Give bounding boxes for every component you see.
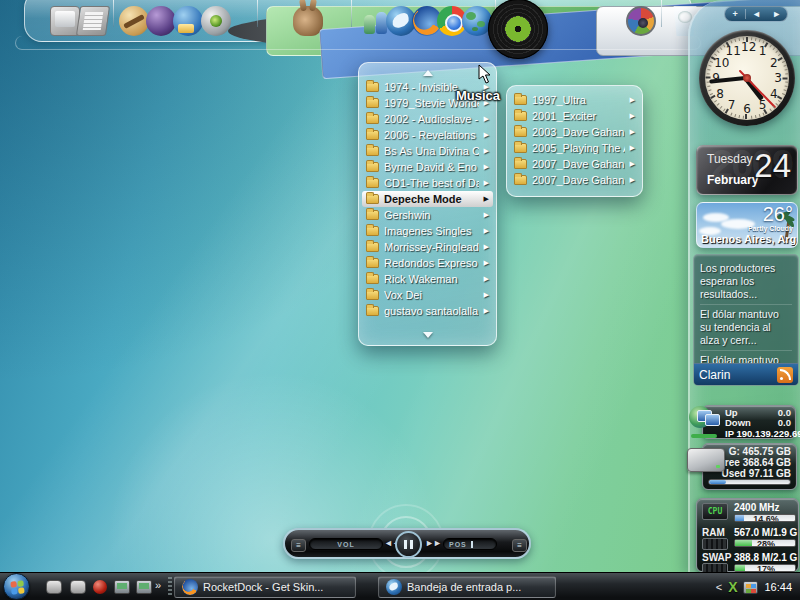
position-marker[interactable] xyxy=(471,541,473,548)
scroll-up-icon[interactable] xyxy=(362,67,493,79)
news-headline[interactable]: El dólar mantuvo su tendencia al alza y … xyxy=(700,304,792,350)
folder-icon xyxy=(366,226,379,236)
submenu-arrow-icon: ▶ xyxy=(484,211,489,219)
net-down-label: Down xyxy=(725,418,751,428)
news-headline[interactable]: Los productores esperan los resultados..… xyxy=(700,259,792,304)
hammer-tool-icon[interactable] xyxy=(119,6,149,36)
taskbar-button-inbox[interactable]: Bandeja de entrada p... xyxy=(378,576,556,598)
mouse-cursor xyxy=(478,64,492,84)
swap-usage-bar: 17% xyxy=(734,564,796,572)
disk-usage-bar xyxy=(708,479,791,485)
pause-button[interactable] xyxy=(395,531,422,558)
folder-icon xyxy=(366,146,379,156)
playlist-button[interactable]: ≡ xyxy=(291,539,306,552)
clock-center-cap xyxy=(743,74,751,82)
folder-icon xyxy=(514,143,527,153)
dock-separator xyxy=(113,0,114,27)
sidebar-add-button[interactable]: + xyxy=(725,7,745,21)
menu-item[interactable]: Bs As Una Divina Com... ▶ xyxy=(362,143,493,159)
menu-item[interactable]: 2001_Exciter ▶ xyxy=(510,108,639,124)
folder-icon xyxy=(366,290,379,300)
menu-item[interactable]: 2007_Dave Gahan - Ki... ▶ xyxy=(510,172,639,188)
clock-tick xyxy=(758,114,760,117)
submenu-arrow-icon: ▶ xyxy=(484,307,489,315)
menu-item[interactable]: 2006 - Revelations - ... ▶ xyxy=(362,127,493,143)
menu-item[interactable]: Depeche Mode ▶ xyxy=(362,191,493,207)
clock-tick xyxy=(706,77,711,79)
folder-icon xyxy=(366,274,379,284)
media-disc-icon[interactable] xyxy=(626,6,656,36)
menu-item[interactable]: 2007_Dave Gahan - Ho... ▶ xyxy=(510,156,639,172)
menu-item[interactable]: Imagenes Singles ▶ xyxy=(362,223,493,239)
sidebar-prev-button[interactable]: ◄ xyxy=(746,7,766,21)
menu-item[interactable]: Byrne David & Eno Br... ▶ xyxy=(362,159,493,175)
disk-widget: G: 465.75 GB Free 368.64 GB Used 97.11 G… xyxy=(702,443,797,490)
taskbar: » RocketDock - Get Skin... Bandeja de en… xyxy=(0,572,800,600)
menu-item[interactable]: 2002 - Audioslave - ... ▶ xyxy=(362,111,493,127)
system-monitor-widget: CPU 2400 MHz 14.6% RAM 567.0 M/1.9 G 28%… xyxy=(696,498,799,572)
cpu-frequency: 2400 MHz xyxy=(734,502,780,513)
network-base-shape xyxy=(691,434,717,438)
folder-icon xyxy=(366,178,379,188)
windows-flag-icon xyxy=(10,580,24,594)
eject-button[interactable]: ≡ xyxy=(512,539,527,552)
eyeball-icon[interactable] xyxy=(201,6,231,36)
folder-icon xyxy=(514,111,527,121)
weather-location: Buenos Aires, Argen... xyxy=(701,233,798,245)
menu-item[interactable]: Gershwin ▶ xyxy=(362,207,493,223)
tray-collapse-chevron[interactable]: < xyxy=(716,581,722,593)
menu-item[interactable]: Rick Wakeman ▶ xyxy=(362,271,493,287)
swap-label: SWAP xyxy=(702,552,731,563)
sidebar-next-button[interactable]: ► xyxy=(767,7,787,21)
menu-item[interactable]: gustavo santaolalla ▶ xyxy=(362,303,493,319)
xfire-tray-icon[interactable]: X xyxy=(728,579,737,595)
scroll-down-icon[interactable] xyxy=(362,329,493,341)
folder-icon xyxy=(366,258,379,268)
taskbar-button-rocketdock[interactable]: RocketDock - Get Skin... xyxy=(174,576,356,598)
quicklaunch-computer-icon[interactable] xyxy=(114,580,130,594)
taskbar-grip[interactable] xyxy=(168,577,172,597)
start-button[interactable] xyxy=(3,573,30,600)
hard-drive-icon xyxy=(687,448,725,472)
clock-tick xyxy=(742,116,743,119)
clock-tick xyxy=(734,114,736,117)
submenu-arrow-icon: ▶ xyxy=(630,144,635,152)
quicklaunch-overflow-chevron[interactable]: » xyxy=(155,579,161,591)
tray-clock: 16:44 xyxy=(764,581,792,593)
volume-slider[interactable]: VOL xyxy=(309,538,383,550)
folder-icon xyxy=(366,306,379,316)
menu-item[interactable]: CD1-The best of Davi... ▶ xyxy=(362,175,493,191)
submenu-arrow-icon: ▶ xyxy=(484,259,489,267)
sketchpad-icon[interactable] xyxy=(76,6,110,36)
menu-item[interactable]: 2005_Playing The Ang... ▶ xyxy=(510,140,639,156)
submenu-arrow-icon: ▶ xyxy=(630,160,635,168)
rocketdock: X C ↓ X ♪ xyxy=(24,0,692,42)
menu-item[interactable]: 2003_Dave Gahan - Pa... ▶ xyxy=(510,124,639,140)
menu-item[interactable]: Redondos Expreso ▶ xyxy=(362,255,493,271)
clock-tick xyxy=(758,39,760,42)
music-vinyl-icon[interactable] xyxy=(488,0,548,59)
menu-item[interactable]: Morrissey-Ringleader... ▶ xyxy=(362,239,493,255)
folder-icon xyxy=(366,130,379,140)
quicklaunch-icon-2[interactable] xyxy=(70,580,86,594)
menu-item[interactable]: Vox Dei ▶ xyxy=(362,287,493,303)
quicklaunch-icon-1[interactable] xyxy=(46,580,62,594)
calendar-weekday: Tuesday xyxy=(707,152,753,166)
network-widget: Up0.0 Down0.0 IP 190.139.229.69 xyxy=(702,405,796,439)
news-feed-widget: Los productores esperan los resultados..… xyxy=(693,254,799,386)
display-tray-icon[interactable] xyxy=(743,581,758,594)
position-slider[interactable]: POS xyxy=(443,538,497,550)
clock-tick xyxy=(746,37,748,42)
submenu-arrow-icon: ▶ xyxy=(484,195,489,203)
quicklaunch-red-orb-icon[interactable] xyxy=(93,580,107,594)
quicklaunch-computer-icon[interactable] xyxy=(136,580,152,594)
globe-documents-icon[interactable] xyxy=(173,6,203,36)
rss-icon[interactable] xyxy=(777,367,793,383)
clock-number: 8 xyxy=(714,87,726,101)
next-button[interactable]: ►► xyxy=(425,538,441,548)
dock-tooltip: Musica xyxy=(456,88,500,103)
cpu-usage-percent: 14.6% xyxy=(735,514,796,522)
folder-icon xyxy=(366,114,379,124)
purple-orb-icon[interactable] xyxy=(146,6,176,36)
menu-item[interactable]: 1997_Ultra ▶ xyxy=(510,92,639,108)
